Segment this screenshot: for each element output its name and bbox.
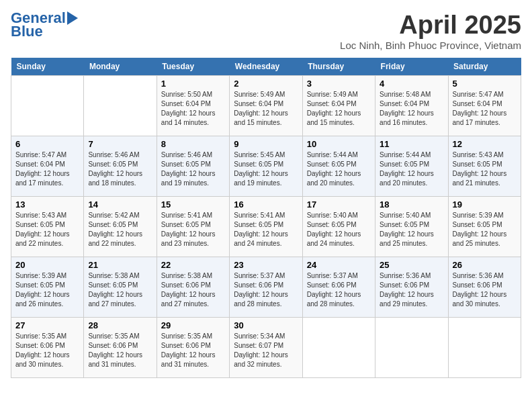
calendar-cell: 29Sunrise: 5:35 AM Sunset: 6:06 PM Dayli…: [157, 318, 229, 378]
day-info: Sunrise: 5:46 AM Sunset: 6:05 PM Dayligh…: [161, 150, 225, 188]
calendar-cell: 13Sunrise: 5:43 AM Sunset: 6:05 PM Dayli…: [11, 197, 84, 257]
calendar-cell: 14Sunrise: 5:42 AM Sunset: 6:05 PM Dayli…: [84, 197, 157, 257]
calendar-cell: 10Sunrise: 5:44 AM Sunset: 6:05 PM Dayli…: [302, 136, 375, 197]
day-info: Sunrise: 5:49 AM Sunset: 6:04 PM Dayligh…: [307, 90, 371, 128]
calendar-cell: 30Sunrise: 5:34 AM Sunset: 6:07 PM Dayli…: [230, 318, 302, 378]
calendar-cell: 25Sunrise: 5:36 AM Sunset: 6:06 PM Dayli…: [375, 257, 448, 318]
calendar-cell: 8Sunrise: 5:46 AM Sunset: 6:05 PM Daylig…: [157, 136, 229, 197]
day-number: 1: [161, 79, 225, 89]
day-number: 24: [307, 260, 371, 270]
day-info: Sunrise: 5:47 AM Sunset: 6:04 PM Dayligh…: [453, 90, 517, 128]
day-info: Sunrise: 5:48 AM Sunset: 6:04 PM Dayligh…: [380, 90, 443, 128]
day-info: Sunrise: 5:35 AM Sunset: 6:06 PM Dayligh…: [15, 332, 79, 369]
location-text: Loc Ninh, Binh Phuoc Province, Vietnam: [340, 40, 521, 51]
calendar-cell: 4Sunrise: 5:48 AM Sunset: 6:04 PM Daylig…: [375, 76, 448, 136]
day-info: Sunrise: 5:39 AM Sunset: 6:05 PM Dayligh…: [453, 211, 517, 248]
calendar-week-4: 20Sunrise: 5:39 AM Sunset: 6:05 PM Dayli…: [11, 257, 521, 318]
logo: General Blue: [11, 11, 78, 40]
calendar-cell: 7Sunrise: 5:46 AM Sunset: 6:05 PM Daylig…: [84, 136, 157, 197]
calendar-cell: 11Sunrise: 5:44 AM Sunset: 6:05 PM Dayli…: [375, 136, 448, 197]
calendar-cell: 16Sunrise: 5:41 AM Sunset: 6:05 PM Dayli…: [230, 197, 302, 257]
day-number: 10: [307, 139, 371, 149]
day-number: 13: [15, 199, 79, 210]
logo-arrow-icon: [67, 11, 78, 25]
calendar-week-5: 27Sunrise: 5:35 AM Sunset: 6:06 PM Dayli…: [11, 318, 521, 378]
day-info: Sunrise: 5:37 AM Sunset: 6:06 PM Dayligh…: [234, 271, 298, 309]
day-info: Sunrise: 5:42 AM Sunset: 6:05 PM Dayligh…: [88, 211, 152, 248]
calendar-cell: 1Sunrise: 5:50 AM Sunset: 6:04 PM Daylig…: [157, 76, 229, 136]
day-info: Sunrise: 5:50 AM Sunset: 6:04 PM Dayligh…: [161, 90, 225, 128]
day-number: 20: [15, 260, 79, 270]
day-number: 19: [453, 199, 517, 210]
day-number: 15: [161, 199, 225, 210]
month-title: April 2025: [340, 11, 521, 40]
calendar-table: SundayMondayTuesdayWednesdayThursdayFrid…: [11, 58, 521, 378]
calendar-cell: 22Sunrise: 5:38 AM Sunset: 6:06 PM Dayli…: [157, 257, 229, 318]
day-info: Sunrise: 5:36 AM Sunset: 6:06 PM Dayligh…: [380, 271, 443, 309]
day-number: 23: [234, 260, 298, 270]
calendar-cell: 23Sunrise: 5:37 AM Sunset: 6:06 PM Dayli…: [230, 257, 302, 318]
calendar-cell: 3Sunrise: 5:49 AM Sunset: 6:04 PM Daylig…: [302, 76, 375, 136]
weekday-header-wednesday: Wednesday: [230, 58, 302, 76]
day-info: Sunrise: 5:40 AM Sunset: 6:05 PM Dayligh…: [307, 211, 371, 248]
calendar-cell: 24Sunrise: 5:37 AM Sunset: 6:06 PM Dayli…: [302, 257, 375, 318]
day-number: 27: [15, 320, 79, 330]
day-number: 6: [15, 139, 79, 149]
day-number: 17: [307, 199, 371, 210]
calendar-cell: 9Sunrise: 5:45 AM Sunset: 6:05 PM Daylig…: [230, 136, 302, 197]
calendar-cell: 17Sunrise: 5:40 AM Sunset: 6:05 PM Dayli…: [302, 197, 375, 257]
day-number: 4: [380, 79, 443, 89]
day-number: 22: [161, 260, 225, 270]
day-number: 8: [161, 139, 225, 149]
calendar-cell: 28Sunrise: 5:35 AM Sunset: 6:06 PM Dayli…: [84, 318, 157, 378]
calendar-cell: 26Sunrise: 5:36 AM Sunset: 6:06 PM Dayli…: [448, 257, 521, 318]
day-number: 21: [88, 260, 152, 270]
day-number: 12: [453, 139, 517, 149]
day-info: Sunrise: 5:37 AM Sunset: 6:06 PM Dayligh…: [307, 271, 371, 309]
day-number: 29: [161, 320, 225, 330]
day-number: 9: [234, 139, 298, 149]
calendar-week-3: 13Sunrise: 5:43 AM Sunset: 6:05 PM Dayli…: [11, 197, 521, 257]
weekday-header-sunday: Sunday: [11, 58, 84, 76]
day-number: 11: [380, 139, 443, 149]
calendar-cell: [11, 76, 84, 136]
calendar-cell: 18Sunrise: 5:40 AM Sunset: 6:05 PM Dayli…: [375, 197, 448, 257]
day-info: Sunrise: 5:40 AM Sunset: 6:05 PM Dayligh…: [380, 211, 443, 248]
calendar-cell: [448, 318, 521, 378]
day-number: 14: [88, 199, 152, 210]
calendar-week-2: 6Sunrise: 5:47 AM Sunset: 6:04 PM Daylig…: [11, 136, 521, 197]
weekday-header-saturday: Saturday: [448, 58, 521, 76]
day-info: Sunrise: 5:43 AM Sunset: 6:05 PM Dayligh…: [453, 150, 517, 188]
day-number: 16: [234, 199, 298, 210]
weekday-header-thursday: Thursday: [302, 58, 375, 76]
day-number: 5: [453, 79, 517, 89]
calendar-cell: 6Sunrise: 5:47 AM Sunset: 6:04 PM Daylig…: [11, 136, 84, 197]
day-info: Sunrise: 5:47 AM Sunset: 6:04 PM Dayligh…: [15, 150, 79, 188]
calendar-cell: 2Sunrise: 5:49 AM Sunset: 6:04 PM Daylig…: [230, 76, 302, 136]
day-info: Sunrise: 5:46 AM Sunset: 6:05 PM Dayligh…: [88, 150, 152, 188]
page-header: General Blue April 2025 Loc Ninh, Binh P…: [11, 11, 521, 51]
calendar-cell: 21Sunrise: 5:38 AM Sunset: 6:05 PM Dayli…: [84, 257, 157, 318]
day-info: Sunrise: 5:38 AM Sunset: 6:05 PM Dayligh…: [88, 271, 152, 309]
day-number: 18: [380, 199, 443, 210]
calendar-cell: 15Sunrise: 5:41 AM Sunset: 6:05 PM Dayli…: [157, 197, 229, 257]
day-info: Sunrise: 5:43 AM Sunset: 6:05 PM Dayligh…: [15, 211, 79, 248]
day-number: 7: [88, 139, 152, 149]
day-number: 30: [234, 320, 298, 330]
calendar-cell: 5Sunrise: 5:47 AM Sunset: 6:04 PM Daylig…: [448, 76, 521, 136]
day-info: Sunrise: 5:41 AM Sunset: 6:05 PM Dayligh…: [161, 211, 225, 248]
day-info: Sunrise: 5:44 AM Sunset: 6:05 PM Dayligh…: [380, 150, 443, 188]
weekday-header-tuesday: Tuesday: [157, 58, 229, 76]
day-info: Sunrise: 5:36 AM Sunset: 6:06 PM Dayligh…: [453, 271, 517, 309]
day-number: 26: [453, 260, 517, 270]
day-info: Sunrise: 5:38 AM Sunset: 6:06 PM Dayligh…: [161, 271, 225, 309]
day-info: Sunrise: 5:34 AM Sunset: 6:07 PM Dayligh…: [234, 332, 298, 369]
calendar-cell: [375, 318, 448, 378]
calendar-cell: 12Sunrise: 5:43 AM Sunset: 6:05 PM Dayli…: [448, 136, 521, 197]
logo-text-blue: Blue: [11, 23, 43, 40]
calendar-cell: 19Sunrise: 5:39 AM Sunset: 6:05 PM Dayli…: [448, 197, 521, 257]
day-info: Sunrise: 5:35 AM Sunset: 6:06 PM Dayligh…: [161, 332, 225, 369]
calendar-cell: 20Sunrise: 5:39 AM Sunset: 6:05 PM Dayli…: [11, 257, 84, 318]
day-number: 25: [380, 260, 443, 270]
weekday-header-row: SundayMondayTuesdayWednesdayThursdayFrid…: [11, 58, 521, 76]
